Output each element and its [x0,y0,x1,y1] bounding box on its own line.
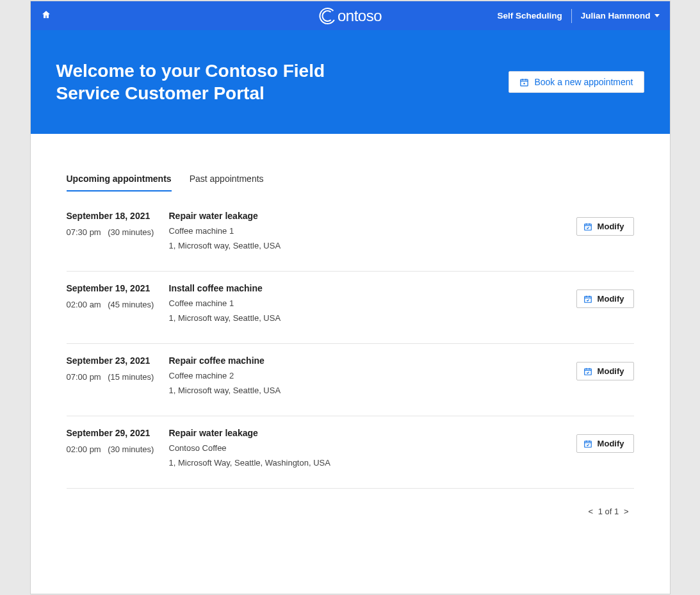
calendar-check-icon [583,367,592,376]
appointment-details: Repair water leakage Contoso Coffee 1, M… [169,428,557,473]
appointment-address: 1, Microsoft way, Seattle, USA [169,313,557,323]
appointment-actions: Modify [557,211,634,236]
user-menu[interactable]: Julian Hammond [581,11,660,20]
book-appointment-button[interactable]: Book a new appointment [509,71,644,93]
appointment-title: Repair water leakage [169,428,557,438]
appointment-duration: (30 minutes) [108,444,154,454]
appointment-datetime: September 19, 2021 02:00 am (45 minutes) [67,283,169,310]
appointment-title: Repair water leakage [169,211,557,221]
appointment-actions: Modify [557,283,634,308]
appointment-time: 02:00 pm [67,444,101,454]
modify-button[interactable]: Modify [576,289,634,308]
pagination-text: 1 of 1 [598,507,619,516]
appointment-details: Install coffee machine Coffee machine 1 … [169,283,557,328]
svg-rect-3 [584,224,591,229]
appointment-date: September 23, 2021 [67,355,169,366]
user-name: Julian Hammond [581,11,651,20]
appointment-address: 1, Microsoft Way, Seattle, Washington, U… [169,458,557,468]
appointment-asset: Coffee machine 1 [169,298,557,308]
appointment-duration: (30 minutes) [108,227,154,237]
navbar: ontoso Self Scheduling Julian Hammond [31,1,670,30]
appointment-duration: (45 minutes) [108,300,154,309]
appointment-asset: Coffee machine 2 [169,371,557,380]
hero: Welcome to your Contoso Field Service Cu… [31,30,670,134]
appointment-duration: (15 minutes) [108,372,154,382]
modify-button[interactable]: Modify [576,217,634,236]
content: Upcoming appointments Past appointments … [31,134,670,516]
appointment-time: 02:00 am [67,300,101,309]
page: ontoso Self Scheduling Julian Hammond We… [30,1,671,594]
self-scheduling-link[interactable]: Self Scheduling [497,11,562,20]
modify-button[interactable]: Modify [576,434,634,453]
svg-rect-6 [584,441,591,446]
modify-label: Modify [598,222,624,231]
appointment-details: Repair water leakage Coffee machine 1 1,… [169,211,557,256]
appointment-address: 1, Microsoft way, Seattle, USA [169,386,557,395]
appointment-row: September 23, 2021 07:00 pm (15 minutes)… [67,344,634,416]
appointment-title: Install coffee machine [169,283,557,293]
appointment-date: September 18, 2021 [67,211,169,221]
pagination-next[interactable]: > [624,507,629,516]
appointment-datetime: September 29, 2021 02:00 pm (30 minutes) [67,428,169,455]
modify-label: Modify [598,294,624,304]
book-appointment-label: Book a new appointment [534,77,633,87]
svg-rect-4 [584,296,591,302]
appointment-details: Repair coffee machine Coffee machine 2 1… [169,355,557,400]
appointment-date: September 19, 2021 [67,283,169,293]
appointment-title: Repair coffee machine [169,355,557,366]
tab-upcoming[interactable]: Upcoming appointments [67,174,172,192]
chevron-down-icon [655,14,660,17]
appointment-row: September 19, 2021 02:00 am (45 minutes)… [67,272,634,344]
appointment-datetime: September 18, 2021 07:30 pm (30 minutes) [67,211,169,238]
calendar-check-icon [583,439,592,448]
svg-rect-5 [584,368,591,374]
calendar-plus-icon [519,77,529,87]
calendar-check-icon [583,295,592,304]
brand-swirl-icon [318,7,336,25]
appointment-datetime: September 23, 2021 07:00 pm (15 minutes) [67,355,169,382]
appointment-address: 1, Microsoft way, Seattle, USA [169,241,557,250]
svg-point-0 [318,7,336,25]
modify-label: Modify [598,366,624,376]
tabs: Upcoming appointments Past appointments [67,174,634,192]
pagination: < 1 of 1 > [67,507,634,516]
page-title: Welcome to your Contoso Field Service Cu… [56,60,325,104]
appointment-row: September 18, 2021 07:30 pm (30 minutes)… [67,207,634,272]
appointment-actions: Modify [557,428,634,453]
modify-button[interactable]: Modify [576,362,634,380]
navbar-right: Self Scheduling Julian Hammond [497,9,659,23]
appointment-asset: Contoso Coffee [169,443,557,453]
appointment-actions: Modify [557,355,634,380]
home-icon [41,10,51,22]
appointment-list: September 18, 2021 07:30 pm (30 minutes)… [67,207,634,489]
calendar-check-icon [583,222,592,231]
appointment-time: 07:00 pm [67,372,101,382]
appointment-time: 07:30 pm [67,227,101,237]
brand-logo: ontoso [318,7,382,25]
home-link[interactable] [41,10,67,22]
modify-label: Modify [598,439,624,448]
pagination-prev[interactable]: < [589,507,594,516]
appointment-asset: Coffee machine 1 [169,226,557,236]
navbar-divider [571,9,572,23]
tab-past[interactable]: Past appointments [190,174,264,192]
appointment-date: September 29, 2021 [67,428,169,438]
appointment-row: September 29, 2021 02:00 pm (30 minutes)… [67,416,634,489]
brand-text: ontoso [338,7,382,25]
